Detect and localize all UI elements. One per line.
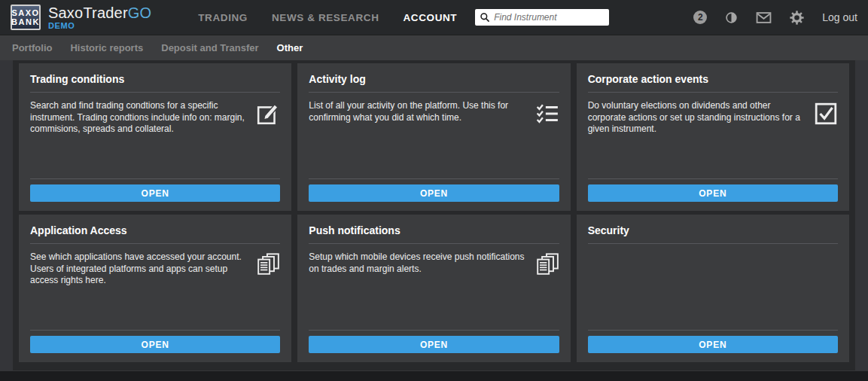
saxo-bank-logo[interactable]: SAXO BANK <box>11 5 41 30</box>
top-header: SAXO BANK SaxoTraderGO DEMO TRADING NEWS… <box>0 0 868 35</box>
messages-envelope-icon[interactable] <box>756 11 772 24</box>
divider <box>588 92 838 93</box>
search-input[interactable] <box>494 12 605 23</box>
card-corporate-action-events: Corporate action events Do voluntary ele… <box>577 63 849 211</box>
documents-icon <box>256 253 280 279</box>
card-description: Search and find trading condtions for a … <box>30 100 245 136</box>
edit-note-icon <box>256 102 280 129</box>
brand-block: SaxoTraderGO DEMO <box>48 5 151 30</box>
open-button-push-notifications[interactable]: OPEN <box>309 336 559 353</box>
header-icon-group: 2 Log out <box>693 11 857 25</box>
divider <box>30 92 280 93</box>
divider <box>309 330 559 331</box>
divider <box>309 178 559 179</box>
card-push-notifications: Push notifications Setup which mobile de… <box>297 215 570 362</box>
card-application-access: Application Access See which application… <box>19 215 291 362</box>
brand-suffix: GO <box>128 5 152 21</box>
subnav-other[interactable]: Other <box>277 42 303 53</box>
card-title: Trading conditions <box>30 73 280 85</box>
checkbox-checked-icon <box>814 102 838 129</box>
open-button-activity-log[interactable]: OPEN <box>309 184 559 202</box>
notification-badge-icon[interactable]: 2 <box>693 11 707 24</box>
divider <box>30 330 280 331</box>
divider <box>588 243 838 244</box>
main-nav: TRADING NEWS & RESEARCH ACCOUNT <box>198 12 457 23</box>
search-icon <box>480 12 490 23</box>
brand-name: SaxoTrader <box>48 5 128 21</box>
main-content: Trading conditions Search and find tradi… <box>0 60 868 370</box>
card-description: Setup which mobile devices receive push … <box>309 251 524 275</box>
card-security: Security OPEN <box>577 215 849 362</box>
open-button-security[interactable]: OPEN <box>588 336 838 353</box>
card-trading-conditions: Trading conditions Search and find tradi… <box>19 63 291 211</box>
divider <box>309 92 559 93</box>
card-title: Activity log <box>309 73 559 85</box>
contrast-theme-icon[interactable] <box>725 11 738 24</box>
card-title: Application Access <box>30 224 280 236</box>
divider <box>588 330 838 331</box>
account-subnav: Portfolio Historic reports Deposit and T… <box>0 35 868 60</box>
card-grid-wrap: Trading conditions Search and find tradi… <box>13 60 855 370</box>
nav-account[interactable]: ACCOUNT <box>403 12 457 23</box>
divider <box>588 178 838 179</box>
open-button-trading-conditions[interactable]: OPEN <box>30 184 280 202</box>
bottom-bar <box>0 370 868 381</box>
nav-news-research[interactable]: NEWS & RESEARCH <box>272 12 379 23</box>
logo-line1: SAXO <box>11 8 39 17</box>
logo-line2: BANK <box>11 17 40 26</box>
open-button-application-access[interactable]: OPEN <box>30 336 280 353</box>
card-activity-log: Activity log List of all your activity o… <box>297 63 570 211</box>
instrument-search[interactable] <box>475 9 609 26</box>
card-title: Push notifications <box>309 224 559 236</box>
card-grid: Trading conditions Search and find tradi… <box>19 63 849 362</box>
card-description: See which applications have accessed you… <box>30 251 245 287</box>
divider <box>309 243 559 244</box>
checklist-icon <box>535 102 559 129</box>
logout-button[interactable]: Log out <box>822 11 857 23</box>
divider <box>30 243 280 244</box>
open-button-corporate-action-events[interactable]: OPEN <box>588 184 838 202</box>
brand-demo-label: DEMO <box>48 22 151 30</box>
card-description: List of all your activity on the platfor… <box>309 100 524 123</box>
card-title: Corporate action events <box>588 73 838 85</box>
card-description: Do voluntary elections on dividends and … <box>588 100 803 136</box>
subnav-historic-reports[interactable]: Historic reports <box>70 42 143 53</box>
card-title: Security <box>588 224 838 236</box>
settings-gear-icon[interactable] <box>790 11 804 25</box>
divider <box>30 178 280 179</box>
subnav-portfolio[interactable]: Portfolio <box>12 42 52 53</box>
documents-icon <box>535 253 559 279</box>
subnav-deposit-transfer[interactable]: Deposit and Transfer <box>161 42 258 53</box>
nav-trading[interactable]: TRADING <box>198 12 248 23</box>
